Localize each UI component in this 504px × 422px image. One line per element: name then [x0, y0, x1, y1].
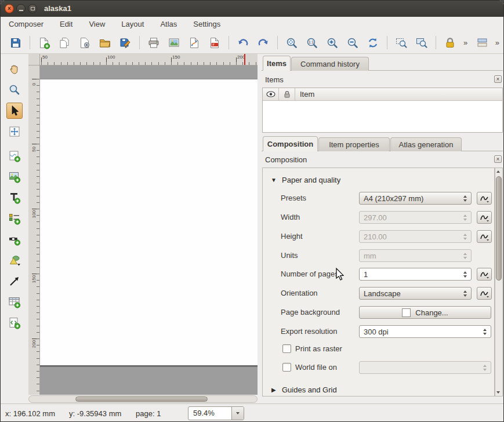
tab-composition[interactable]: Composition — [263, 136, 318, 151]
combo-arrows-icon[interactable] — [483, 365, 487, 371]
composition-scrollbar-thumb[interactable] — [496, 176, 502, 281]
zoom-region-button[interactable] — [393, 35, 409, 51]
add-arrow-button[interactable] — [6, 273, 23, 289]
menu-layout[interactable]: Layout — [113, 17, 152, 32]
minimize-icon — [19, 10, 23, 11]
add-map-button[interactable] — [6, 148, 23, 164]
height-spinbox[interactable]: 210.00 — [359, 230, 472, 243]
units-combobox[interactable]: mm — [359, 249, 472, 262]
composition-canvas[interactable] — [40, 66, 258, 395]
add-legend-button[interactable] — [6, 210, 23, 227]
export-resolution-spinbox[interactable]: 300 dpi — [359, 325, 491, 338]
lock-column-header[interactable] — [279, 88, 295, 100]
items-dock-close-button[interactable]: × — [494, 75, 502, 83]
zoom-tool-button[interactable] — [6, 82, 23, 98]
menu-edit[interactable]: Edit — [52, 17, 81, 32]
pages-data-defined-button[interactable] — [477, 268, 492, 281]
maximize-button[interactable] — [28, 4, 37, 13]
align-panels-button[interactable] — [474, 35, 491, 51]
world-file-map-combobox[interactable] — [359, 361, 491, 374]
spin-arrows-icon[interactable] — [463, 234, 467, 240]
collapse-triangle-icon[interactable]: ▶ — [271, 387, 276, 393]
lock-items-button[interactable] — [442, 35, 458, 51]
zoom-in-icon — [326, 37, 339, 49]
export-svg-button[interactable] — [186, 35, 202, 51]
items-tree-header[interactable]: Item — [263, 88, 502, 101]
guides-grid-group-header[interactable]: Guides and Grid — [282, 385, 337, 394]
add-html-frame-button[interactable] — [6, 315, 23, 331]
toolbar-overflow-chevron[interactable]: » — [462, 38, 469, 47]
zoom-full-button[interactable] — [284, 35, 300, 51]
redo-button[interactable] — [255, 35, 271, 51]
duplicate-composition-button[interactable] — [56, 35, 72, 51]
zoom-dropdown-button[interactable] — [231, 407, 244, 420]
save-project-button[interactable] — [8, 35, 24, 51]
presets-combobox[interactable]: A4 (210x297 mm) — [359, 192, 472, 205]
paper-quality-group-header[interactable]: Paper and quality — [282, 176, 340, 184]
zoom-actual-label: 1:1 — [309, 40, 314, 44]
undo-button[interactable] — [235, 35, 251, 51]
load-template-button[interactable] — [97, 35, 113, 51]
visibility-column-header[interactable] — [263, 88, 279, 100]
zoom-last-button[interactable] — [414, 35, 430, 51]
zoom-out-button[interactable] — [345, 35, 361, 51]
menu-atlas[interactable]: Atlas — [152, 17, 185, 32]
menu-view[interactable]: View — [81, 17, 113, 32]
titlebar[interactable]: × alaska1 — [1, 1, 503, 17]
combo-arrows-icon[interactable] — [463, 253, 467, 259]
height-data-defined-button[interactable] — [477, 230, 492, 243]
tab-command-history[interactable]: Command history — [291, 57, 369, 71]
zoom-level-combobox[interactable]: 59.4% — [188, 406, 244, 420]
menu-composer[interactable]: Composer — [1, 17, 52, 32]
menu-settings[interactable]: Settings — [185, 17, 229, 32]
print-as-raster-checkbox[interactable] — [282, 344, 291, 353]
v-ruler-tick: 0 — [31, 77, 37, 92]
select-move-item-button[interactable] — [6, 103, 23, 119]
minimize-button[interactable] — [16, 4, 26, 13]
toolbar-overflow-chevron-2[interactable]: » — [494, 38, 501, 47]
composition-dock-close-button[interactable]: × — [494, 155, 502, 163]
close-button[interactable]: × — [5, 4, 14, 13]
pan-tool-button[interactable] — [6, 61, 23, 77]
world-file-checkbox[interactable] — [282, 363, 291, 372]
zoom-actual-button[interactable]: 1:1 — [304, 35, 320, 51]
composer-manager-button[interactable] — [77, 35, 93, 51]
refresh-button[interactable] — [365, 35, 381, 51]
save-as-template-button[interactable] — [117, 35, 133, 51]
canvas-scrollbar-thumb[interactable] — [75, 396, 208, 402]
zoom-in-button[interactable] — [324, 35, 340, 51]
canvas-horizontal-scrollbar[interactable] — [28, 395, 258, 403]
new-composition-button[interactable] — [36, 35, 52, 51]
add-attribute-table-button[interactable] — [6, 294, 23, 310]
add-label-button[interactable] — [6, 190, 23, 206]
scroll-down-arrow-icon[interactable] — [496, 391, 500, 394]
add-image-button[interactable] — [6, 169, 23, 185]
add-shape-button[interactable] — [6, 252, 23, 268]
presets-data-defined-button[interactable] — [477, 192, 492, 205]
add-scalebar-button[interactable] — [6, 231, 23, 248]
spin-arrows-icon[interactable] — [463, 271, 467, 278]
export-image-button[interactable] — [166, 35, 182, 51]
move-item-content-button[interactable] — [6, 123, 23, 140]
spin-arrows-icon[interactable] — [463, 214, 467, 221]
tab-items[interactable]: Items — [263, 56, 291, 71]
paper-page[interactable] — [40, 79, 258, 367]
combo-arrows-icon[interactable] — [463, 290, 467, 297]
orientation-combobox[interactable]: Landscape — [359, 287, 472, 300]
scroll-up-arrow-icon[interactable] — [496, 170, 500, 173]
width-spinbox[interactable]: 297.00 — [359, 211, 472, 224]
page-background-button[interactable]: Change... — [359, 306, 491, 319]
number-of-pages-spinbox[interactable]: 1 — [359, 268, 472, 281]
items-tree[interactable]: Item — [262, 88, 503, 133]
export-pdf-button[interactable] — [206, 35, 223, 51]
print-button[interactable] — [146, 35, 162, 51]
expand-triangle-icon[interactable]: ▼ — [271, 177, 277, 183]
item-column-header[interactable]: Item — [295, 88, 502, 100]
composition-vertical-scrollbar[interactable] — [495, 168, 503, 396]
combo-arrows-icon[interactable] — [463, 195, 467, 202]
spin-arrows-icon[interactable] — [483, 329, 487, 335]
tab-item-properties[interactable]: Item properties — [318, 137, 390, 151]
orientation-data-defined-button[interactable] — [477, 287, 492, 300]
tab-atlas-generation[interactable]: Atlas generation — [390, 137, 462, 151]
width-data-defined-button[interactable] — [477, 211, 492, 224]
